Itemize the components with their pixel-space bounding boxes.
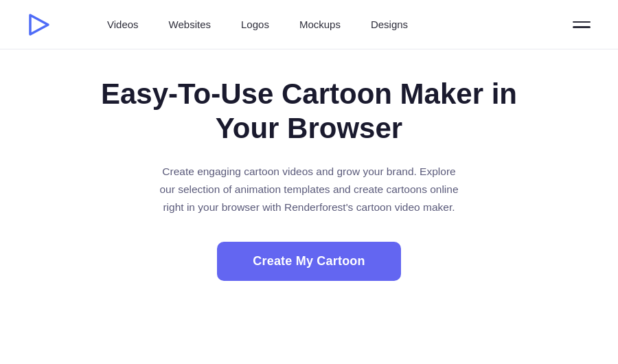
nav-item-mockups[interactable]: Mockups [299,19,341,30]
nav-item-videos[interactable]: Videos [107,19,139,30]
hero-subtext: Create engaging cartoon videos and grow … [158,163,460,217]
nav-item-designs[interactable]: Designs [371,19,408,30]
main-nav: Videos Websites Logos Mockups Designs [107,19,408,30]
hero-headline: Easy-To-Use Cartoon Maker in Your Browse… [76,77,542,146]
hamburger-menu[interactable] [573,21,591,28]
hamburger-line-2 [573,26,591,28]
nav-item-logos[interactable]: Logos [241,19,269,30]
header: Videos Websites Logos Mockups Designs [0,0,618,49]
hero-section: Easy-To-Use Cartoon Maker in Your Browse… [0,49,618,295]
hamburger-line-1 [573,21,591,23]
create-cartoon-button[interactable]: Create My Cartoon [217,242,400,281]
svg-marker-0 [30,15,48,34]
header-left: Videos Websites Logos Mockups Designs [27,12,408,37]
logo-icon[interactable] [27,12,52,37]
nav-item-websites[interactable]: Websites [169,19,211,30]
